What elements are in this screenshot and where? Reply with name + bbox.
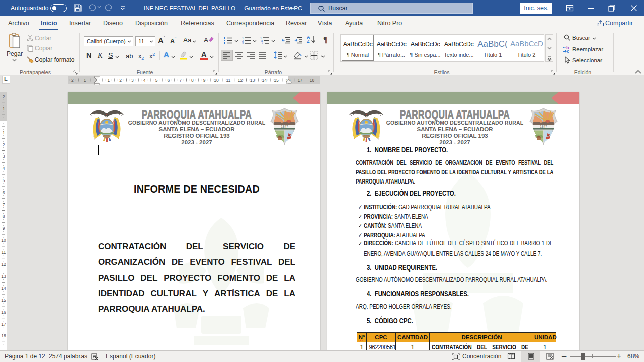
svg-text:17: 17 [298, 78, 303, 83]
svg-text:2: 2 [119, 78, 122, 83]
svg-text:5: 5 [155, 78, 158, 83]
svg-text:18: 18 [1, 333, 6, 338]
svg-text:3: 3 [3, 154, 5, 159]
svg-text:6: 6 [3, 190, 5, 195]
svg-text:1: 1 [107, 78, 110, 83]
svg-text:4: 4 [3, 166, 5, 171]
svg-text:15: 15 [1, 298, 6, 303]
svg-text:1847: 1847 [540, 125, 547, 128]
svg-text:9: 9 [3, 226, 5, 231]
svg-text:12: 12 [238, 78, 243, 83]
svg-text:15: 15 [274, 78, 279, 83]
svg-text:1: 1 [3, 130, 5, 135]
svg-text:12: 12 [1, 262, 6, 267]
svg-text:1: 1 [3, 106, 5, 111]
svg-text:1: 1 [84, 78, 86, 83]
svg-text:2: 2 [3, 94, 5, 99]
svg-text:14: 14 [1, 286, 6, 291]
svg-text:11: 11 [2, 250, 6, 255]
svg-text:16: 16 [1, 310, 6, 315]
svg-text:3: 3 [242, 42, 244, 45]
svg-text:c: c [567, 49, 569, 53]
svg-text:14: 14 [262, 78, 267, 83]
svg-text:13: 13 [1, 274, 6, 279]
svg-text:8: 8 [3, 214, 5, 219]
svg-text:i: i [262, 42, 263, 45]
svg-text:11: 11 [226, 78, 230, 83]
svg-text:6: 6 [167, 78, 170, 83]
svg-text:8: 8 [191, 78, 194, 83]
svg-text:10: 10 [214, 78, 219, 83]
svg-text:4: 4 [143, 78, 146, 83]
svg-text:7: 7 [3, 202, 5, 207]
svg-text:9: 9 [203, 78, 206, 83]
svg-text:2: 2 [71, 78, 74, 83]
svg-text:18: 18 [310, 78, 315, 83]
svg-text:10: 10 [1, 238, 6, 243]
svg-text:2: 2 [3, 142, 5, 147]
svg-text:3: 3 [131, 78, 134, 83]
svg-text:17: 17 [1, 322, 6, 327]
svg-text:5: 5 [3, 178, 5, 183]
svg-text:7: 7 [179, 78, 182, 83]
svg-text:13: 13 [250, 78, 255, 83]
